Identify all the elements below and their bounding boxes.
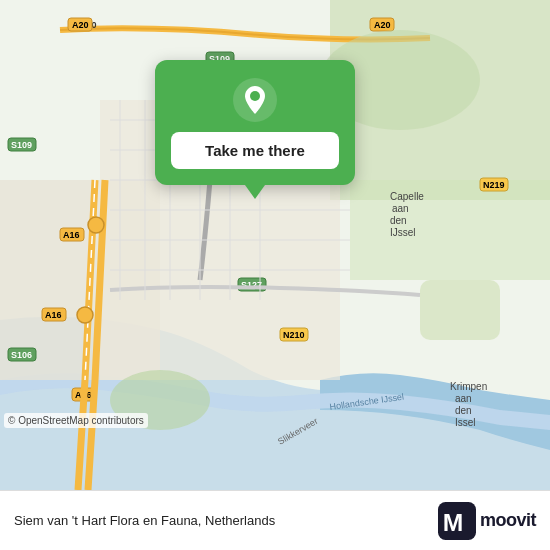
svg-text:A16: A16 (45, 310, 62, 320)
svg-point-56 (250, 91, 260, 101)
svg-text:den: den (390, 215, 407, 226)
svg-point-50 (88, 217, 104, 233)
svg-text:Krimpen: Krimpen (450, 381, 487, 392)
map: A20 A20 A20 S109 S109 A16 A16 A16 S127 N… (0, 0, 550, 490)
take-me-there-button[interactable]: Take me there (171, 132, 339, 169)
map-attribution: © OpenStreetMap contributors (4, 413, 148, 428)
moovit-logo-icon: M (438, 502, 476, 540)
svg-text:den: den (455, 405, 472, 416)
svg-text:IJssel: IJssel (390, 227, 416, 238)
svg-rect-54 (420, 280, 500, 340)
svg-text:A16: A16 (63, 230, 80, 240)
svg-rect-2 (350, 180, 550, 280)
svg-text:A20: A20 (72, 20, 89, 30)
location-name: Siem van 't Hart Flora en Fauna, Netherl… (14, 513, 275, 528)
moovit-logo: M moovit (438, 502, 536, 540)
svg-text:aan: aan (392, 203, 409, 214)
svg-text:N210: N210 (283, 330, 305, 340)
moovit-brand-text: moovit (480, 510, 536, 531)
svg-text:N219: N219 (483, 180, 505, 190)
svg-text:A20: A20 (374, 20, 391, 30)
svg-point-51 (77, 307, 93, 323)
svg-text:S106: S106 (11, 350, 32, 360)
svg-text:Capelle: Capelle (390, 191, 424, 202)
location-pin-icon (233, 78, 277, 122)
svg-text:Issel: Issel (455, 417, 476, 428)
footer: Siem van 't Hart Flora en Fauna, Netherl… (0, 490, 550, 550)
svg-text:aan: aan (455, 393, 472, 404)
popup-card: Take me there (155, 60, 355, 185)
svg-text:M: M (443, 508, 464, 535)
svg-text:S109: S109 (11, 140, 32, 150)
